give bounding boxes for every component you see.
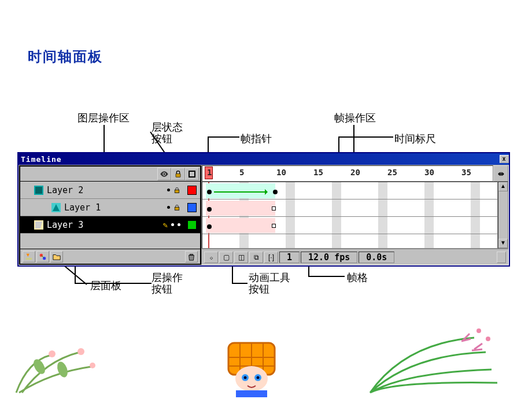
ruler-mark: 10 xyxy=(276,168,286,177)
empty-keyframe-icon[interactable] xyxy=(272,206,276,210)
color-swatch[interactable] xyxy=(187,203,197,212)
layer-footer xyxy=(19,249,201,265)
svg-point-17 xyxy=(90,363,95,368)
elapsed-time-field: 0.0s xyxy=(359,252,394,263)
shape-tween-span xyxy=(206,218,275,233)
scroll-up-button[interactable]: ▲ xyxy=(498,182,508,191)
visible-dot-icon[interactable] xyxy=(167,189,170,191)
svg-rect-27 xyxy=(236,390,267,397)
keyframe-icon[interactable] xyxy=(207,190,212,194)
titlebar[interactable]: Timeline x xyxy=(19,153,509,165)
svg-point-29 xyxy=(486,337,490,341)
keyframe-icon[interactable] xyxy=(207,207,212,212)
timeline-panel: Timeline x Layer 2 xyxy=(17,152,510,267)
outline-column-icon[interactable] xyxy=(185,168,199,180)
visible-dot-icon[interactable] xyxy=(171,223,174,226)
frames-grid[interactable] xyxy=(202,182,498,249)
ruler-mark: 15 xyxy=(313,168,323,177)
svg-rect-5 xyxy=(176,173,180,177)
panel-body: Layer 2 Layer 1 Layer 3 xyxy=(19,165,509,265)
svg-rect-8 xyxy=(175,190,179,193)
frame-view-button[interactable]: ⇹ xyxy=(493,165,508,182)
label-playhead: 帧指针 xyxy=(241,132,272,146)
svg-point-19 xyxy=(56,360,70,379)
empty-keyframe-icon[interactable] xyxy=(272,224,276,228)
time-ruler[interactable]: 1 5 10 15 20 25 30 35 xyxy=(202,165,493,182)
add-folder-button[interactable] xyxy=(50,251,63,263)
layer-row[interactable]: Layer 1 xyxy=(20,199,200,216)
layer-row[interactable]: Layer 3 ✎ xyxy=(20,216,200,234)
frame-footer: ⬦ ▢ ◫ ⧉ [·] 1 12.0 fps 0.0s xyxy=(202,249,508,265)
layer-header xyxy=(19,165,201,182)
onion-skin-button[interactable]: ▢ xyxy=(219,252,233,263)
svg-point-25 xyxy=(244,376,247,379)
keyframe-icon[interactable] xyxy=(207,224,212,229)
onion-outline-button[interactable]: ◫ xyxy=(234,252,248,263)
horizontal-scroll-handle[interactable] xyxy=(497,252,506,263)
ruler-mark: 20 xyxy=(350,168,360,177)
keyframe-icon[interactable] xyxy=(273,190,278,194)
label-time-ruler: 时间标尺 xyxy=(394,132,436,146)
current-frame-field: 1 xyxy=(279,252,300,263)
svg-rect-7 xyxy=(35,187,42,194)
svg-point-18 xyxy=(31,357,47,376)
frames-body: ▲ ▼ xyxy=(202,182,508,249)
ruler-mark: 25 xyxy=(387,168,397,177)
label-layer-state-btn: 层状态 按钮 xyxy=(152,121,183,145)
layer-name: Layer 2 xyxy=(47,185,164,195)
modify-markers-button[interactable]: [·] xyxy=(264,252,278,263)
svg-point-15 xyxy=(49,350,56,357)
layer-icon xyxy=(34,186,43,195)
svg-point-26 xyxy=(257,376,260,379)
ruler-mark: 30 xyxy=(424,168,434,177)
decorative-plant-right xyxy=(359,326,509,396)
frame-area: 1 5 10 15 20 25 30 35 ⇹ xyxy=(202,165,508,265)
close-button[interactable]: x xyxy=(500,155,509,163)
pencil-icon: ✎ xyxy=(163,220,168,230)
decorative-plant-left xyxy=(5,338,126,396)
scroll-down-button[interactable]: ▼ xyxy=(498,239,508,248)
layer-name: Layer 3 xyxy=(47,220,160,230)
lock-dot-icon[interactable] xyxy=(178,223,180,226)
svg-point-16 xyxy=(77,348,84,355)
label-layer-op-area: 图层操作区 xyxy=(77,111,130,125)
color-swatch[interactable] xyxy=(187,186,197,195)
layer-row[interactable]: Layer 2 xyxy=(20,182,200,199)
lock-icon[interactable] xyxy=(173,187,180,194)
label-layer-panel: 层面板 xyxy=(90,279,121,293)
tween-arrow-icon xyxy=(214,191,267,193)
label-layer-op-btn: 层操作 按钮 xyxy=(152,272,183,295)
scroll-track[interactable] xyxy=(498,191,508,239)
layers-list: Layer 2 Layer 1 Layer 3 xyxy=(19,182,201,249)
svg-point-4 xyxy=(164,173,165,175)
color-swatch[interactable] xyxy=(187,220,197,230)
lock-column-icon[interactable] xyxy=(171,168,185,180)
delete-layer-button[interactable] xyxy=(185,251,198,263)
add-guide-button[interactable] xyxy=(36,251,49,263)
svg-rect-10 xyxy=(175,207,179,210)
label-frame-op-area: 帧操作区 xyxy=(334,111,376,125)
layer-name: Layer 1 xyxy=(64,202,164,213)
eye-column-icon[interactable] xyxy=(157,168,171,180)
page-title: 时间轴面板 xyxy=(28,47,103,66)
fps-field: 12.0 fps xyxy=(301,252,357,263)
titlebar-text: Timeline xyxy=(21,155,62,164)
layer-icon xyxy=(51,203,61,212)
ruler-row: 1 5 10 15 20 25 30 35 ⇹ xyxy=(202,165,508,182)
ruler-current: 1 xyxy=(207,168,212,177)
add-layer-button[interactable] xyxy=(23,251,35,263)
decorative-character xyxy=(220,337,283,398)
edit-multi-button[interactable]: ⧉ xyxy=(249,252,263,263)
label-frame-cell: 帧格 xyxy=(347,271,368,285)
visible-dot-icon[interactable] xyxy=(167,206,170,209)
shape-tween-span xyxy=(206,201,275,216)
svg-point-28 xyxy=(476,328,481,333)
lock-icon[interactable] xyxy=(173,204,180,211)
svg-rect-12 xyxy=(26,257,32,260)
layer-icon xyxy=(34,220,43,230)
ruler-mark: 5 xyxy=(239,168,244,177)
ruler-mark: 35 xyxy=(461,168,471,177)
center-frame-button[interactable]: ⬦ xyxy=(204,252,218,263)
layer-area: Layer 2 Layer 1 Layer 3 xyxy=(19,165,202,265)
vertical-scrollbar[interactable]: ▲ ▼ xyxy=(498,182,508,249)
